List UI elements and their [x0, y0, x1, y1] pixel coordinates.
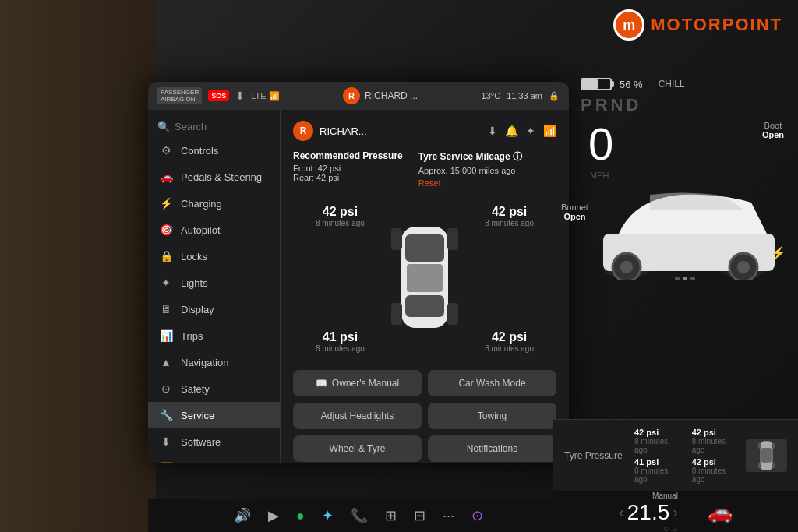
svg-point-9	[683, 277, 687, 280]
pedals-icon: 🚗	[159, 171, 173, 183]
search-box[interactable]: 🔍 Search	[148, 116, 280, 137]
bonnet-control[interactable]: Bonnet Open	[561, 203, 588, 221]
motorpoint-circle-icon: m	[613, 9, 644, 41]
bluetooth-icon: ✦	[526, 125, 535, 137]
speed-unit: MPH	[590, 171, 798, 180]
locks-label: Locks	[181, 251, 207, 262]
sidebar-item-pedals[interactable]: 🚗 Pedals & Steering	[148, 164, 280, 190]
bonnet-state: Open	[563, 212, 585, 221]
action-buttons: 📖 Owner's Manual Car Wash Mode Adjust He…	[293, 370, 556, 462]
taskbar-more-icon[interactable]: ···	[443, 508, 454, 524]
boot-state: Open	[762, 130, 784, 139]
wheel-tyre-button[interactable]: Wheel & Tyre	[293, 435, 422, 462]
lights-icon: ✦	[159, 277, 173, 289]
svg-rect-22	[447, 228, 458, 250]
controls-icon: ⚙	[159, 144, 173, 157]
navigation-icon: ▲	[159, 356, 173, 368]
pressure-rear-right: 42 psi 8 minutes ago	[485, 330, 534, 353]
tyre-pressure-panel: Tyre Pressure 42 psi 8 minutes ago 42 ps…	[553, 419, 798, 491]
towing-button[interactable]: Towing	[428, 403, 556, 429]
boot-control[interactable]: Boot Open	[762, 121, 784, 139]
autopilot-icon: 🎯	[159, 224, 173, 236]
speed-dots: ⊙ ⊙	[663, 525, 678, 533]
svg-point-4	[620, 261, 633, 273]
software-icon: ⬇	[159, 435, 173, 448]
download-header-icon: ⬇	[488, 125, 497, 137]
pressure-front-left: 42 psi 8 minutes ago	[316, 205, 365, 227]
tyre-service-value: Approx. 15,000 miles ago	[418, 166, 522, 175]
safety-icon: ⊙	[159, 382, 173, 395]
tablet-body: 🔍 Search ⚙ Controls 🚗 Pedals & Steering …	[148, 110, 569, 463]
tyre-service-title: Tyre Service Mileage ⓘ	[418, 150, 522, 164]
tyre-service-reset[interactable]: Reset	[418, 178, 441, 188]
svg-rect-13	[772, 443, 775, 449]
tablet-status-bar: PASSENGERAIRBAG ON SOS ⬇ LTE 📶 R RICHARD…	[148, 82, 569, 110]
sidebar-item-autopilot[interactable]: 🎯 Autopilot	[148, 217, 280, 243]
car-door-controls[interactable]: Boot Open	[762, 121, 784, 139]
gear-selector: P R N D	[581, 95, 798, 115]
taskbar-home-icon[interactable]: ⊞	[385, 507, 397, 524]
svg-rect-21	[391, 228, 402, 250]
recommended-pressure: Recommended Pressure Front: 42 psi Rear:…	[293, 150, 403, 189]
profile-name-status: RICHARD ...	[365, 90, 418, 101]
speed-panel: Manual ‹ 21.5 › ⊙ ⊙ 🚗	[553, 491, 798, 532]
svg-rect-12	[758, 443, 761, 449]
taskbar-play-icon[interactable]: ▶	[268, 507, 279, 524]
taskbar-phone-icon[interactable]: 📞	[351, 507, 368, 524]
sidebar-item-lights[interactable]: ✦ Lights	[148, 270, 280, 296]
sidebar-item-controls[interactable]: ⚙ Controls	[148, 137, 280, 164]
airbag-badge: PASSENGERAIRBAG ON	[157, 87, 202, 104]
motorpoint-brand-name: MOTORPOINT	[651, 15, 782, 35]
sidebar-item-service[interactable]: 🔧 Service	[148, 402, 280, 428]
sidebar-item-display[interactable]: 🖥 Display	[148, 296, 280, 322]
svg-rect-16	[761, 448, 772, 463]
trips-label: Trips	[181, 330, 203, 342]
car-icon-taskbar[interactable]: 🚗	[708, 500, 733, 524]
taskbar-bluetooth-icon[interactable]: ✦	[322, 507, 334, 524]
sidebar-item-software[interactable]: ⬇ Software	[148, 428, 280, 455]
main-content: R RICHAR... ⬇ 🔔 ✦ 📶 Recommended Pressure…	[281, 110, 569, 463]
pressure-rear-left: 41 psi 8 minutes ago	[316, 330, 365, 353]
speed-up-chevron[interactable]: ›	[673, 503, 678, 521]
car-top-svg	[390, 211, 460, 347]
sidebar-item-locks[interactable]: 🔒 Locks	[148, 243, 280, 270]
adjust-headlights-button[interactable]: Adjust Headlights	[293, 403, 422, 429]
speed-down-chevron[interactable]: ‹	[619, 503, 624, 521]
owners-manual-button[interactable]: 📖 Owner's Manual	[293, 370, 422, 396]
pressure-front-right: 42 psi 8 minutes ago	[485, 205, 534, 227]
service-icon: 🔧	[159, 409, 173, 421]
taskbar-apps-icon[interactable]: ⊟	[414, 507, 425, 524]
boot-label: Boot	[764, 121, 782, 130]
display-icon: 🖥	[159, 303, 173, 315]
svg-rect-18	[405, 234, 444, 262]
svg-rect-19	[405, 295, 444, 317]
sidebar-item-navigation[interactable]: ▲ Navigation	[148, 349, 280, 375]
pressure-info-row: Recommended Pressure Front: 42 psi Rear:…	[293, 150, 556, 189]
search-placeholder: Search	[175, 121, 207, 132]
background-left	[0, 0, 156, 532]
display-label: Display	[181, 304, 214, 315]
lights-label: Lights	[181, 277, 208, 289]
profile-avatar-small: R	[343, 87, 360, 104]
battery-bar	[581, 78, 612, 90]
sidebar-item-safety[interactable]: ⊙ Safety	[148, 375, 280, 402]
sidebar: 🔍 Search ⚙ Controls 🚗 Pedals & Steering …	[148, 110, 281, 463]
sidebar-item-wifi[interactable]: 📶 WiFi	[148, 455, 280, 463]
charging-icon: ⚡	[159, 197, 173, 210]
tablet-screen: PASSENGERAIRBAG ON SOS ⬇ LTE 📶 R RICHARD…	[148, 82, 569, 463]
software-label: Software	[181, 436, 221, 448]
trips-icon: 📊	[159, 329, 173, 342]
sidebar-item-trips[interactable]: 📊 Trips	[148, 322, 280, 349]
svg-rect-15	[772, 463, 775, 468]
tyre-pressure-label: Tyre Pressure	[564, 450, 627, 461]
svg-text:⚡: ⚡	[771, 245, 786, 260]
taskbar-spotify-icon[interactable]: ●	[296, 508, 305, 524]
notifications-button[interactable]: Notifications	[428, 435, 556, 462]
tablet-status-left: PASSENGERAIRBAG ON SOS ⬇ LTE 📶	[157, 87, 280, 104]
car-wash-button[interactable]: Car Wash Mode	[428, 370, 556, 396]
taskbar-volume-icon[interactable]: 🔊	[234, 507, 251, 524]
tp-rr: 42 psi 8 minutes ago	[692, 457, 739, 484]
sidebar-item-charging[interactable]: ⚡ Charging	[148, 190, 280, 217]
sos-badge: SOS	[208, 90, 229, 101]
taskbar-camera-icon[interactable]: ⊙	[471, 507, 483, 524]
